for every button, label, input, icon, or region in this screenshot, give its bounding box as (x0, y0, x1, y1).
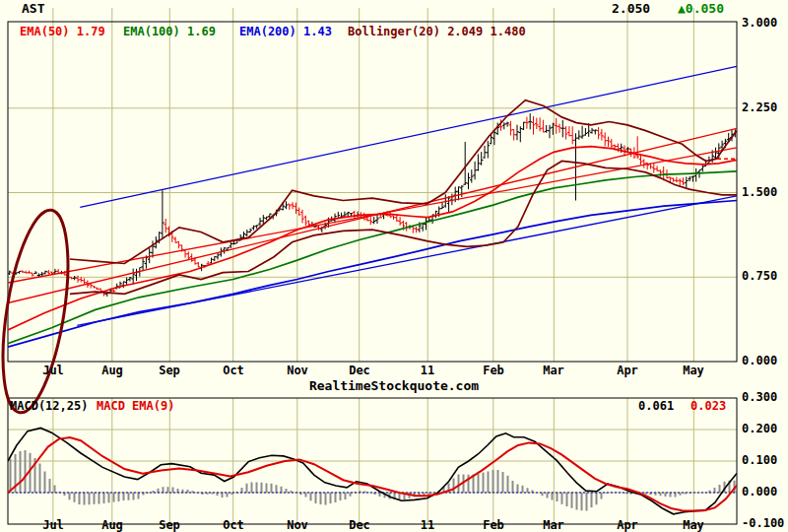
macd-x-tick: Apr (617, 519, 638, 532)
price-x-tick: Jul (42, 365, 64, 377)
macd-y-tick: -0.100 (742, 517, 784, 530)
ticker-symbol: AST (22, 2, 44, 15)
price-y-tick: 1.500 (742, 186, 777, 199)
ellipse-annotation (0, 206, 80, 418)
macd-x-tick: Feb (483, 519, 504, 532)
macd-x-tick: Jul (42, 519, 64, 532)
price-x-tick: Aug (101, 365, 123, 377)
legend-item-bollinger: Bollinger(20) 2.049 1.480 (348, 26, 526, 38)
legend-item-ema200: EMA(200) 1.43 (239, 26, 332, 38)
macd-x-tick: Sep (159, 519, 180, 532)
watermark: RealtimeStockquote.com (309, 379, 479, 392)
macd-x-tick: Mar (543, 519, 564, 532)
macd-value: 0.061 (638, 400, 674, 413)
macd-x-tick: Aug (101, 519, 123, 532)
legend-item-ema100: EMA(100) 1.69 (123, 26, 216, 38)
macd-x-tick: 11 (421, 519, 434, 532)
price-change: ▲0.050 (678, 2, 724, 15)
chart-canvas (0, 0, 788, 532)
price-x-tick: 11 (421, 365, 434, 377)
price-y-tick: 3.000 (742, 17, 777, 30)
last-price: 2.050 (612, 2, 650, 15)
price-y-tick: 0.750 (742, 270, 777, 283)
macd-y-tick: 0.100 (742, 454, 777, 467)
macd-legend-label: MACD(12,25) (10, 400, 88, 413)
macd-x-tick: Nov (287, 519, 308, 532)
macd-x-tick: Oct (223, 519, 244, 532)
macd-y-tick: 0.000 (742, 486, 777, 499)
price-x-tick: Apr (617, 365, 638, 377)
macd-signal-value: 0.023 (690, 400, 726, 413)
price-x-tick: Dec (349, 365, 370, 377)
legend-item-ema50: EMA(50) 1.79 (20, 26, 105, 38)
channel-upper-line (80, 66, 737, 207)
price-y-tick: 2.250 (742, 101, 777, 114)
macd-histogram (11, 450, 735, 510)
macd-signal-legend-label: MACD EMA(9) (97, 400, 174, 413)
price-x-tick: Nov (287, 365, 308, 377)
price-x-tick: Oct (223, 365, 244, 377)
price-x-tick: Sep (159, 365, 180, 377)
macd-x-tick: May (683, 519, 704, 532)
price-x-tick: Feb (483, 365, 504, 377)
macd-x-tick: Dec (349, 519, 370, 532)
macd-y-tick: 0.200 (742, 423, 777, 435)
price-x-tick: May (683, 365, 704, 377)
macd-y-tick: 0.300 (742, 391, 777, 404)
stock-chart-page: AST 2.050 ▲0.050 EMA(50) 1.79EMA(100) 1.… (0, 0, 788, 532)
price-x-tick: Mar (543, 365, 564, 377)
price-y-tick: 0.000 (742, 355, 777, 367)
